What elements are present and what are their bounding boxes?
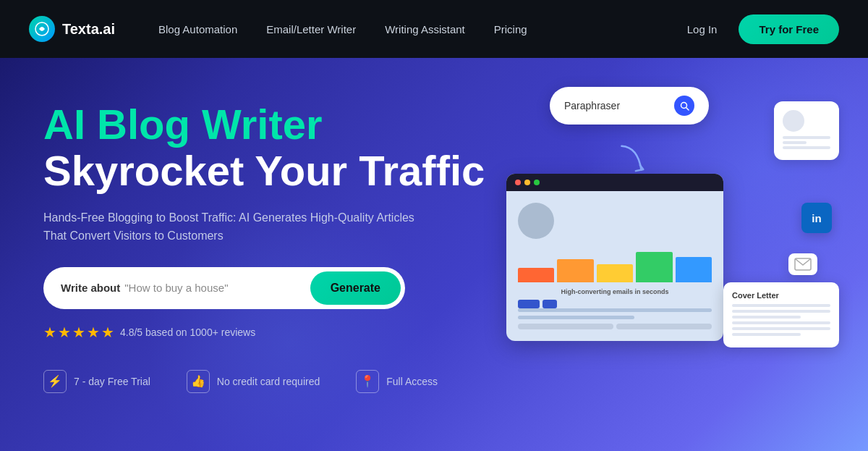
browser-lines: [518, 308, 712, 319]
hero-title-green: AI Blog Writer: [43, 101, 514, 148]
input-placeholder[interactable]: "How to buy a house": [124, 282, 310, 294]
email-icon: [788, 253, 817, 275]
browser-dot-red: [515, 180, 521, 185]
badge-free-trial: ⚡ 7 - day Free Trial: [43, 370, 150, 393]
svg-line-2: [686, 107, 689, 110]
hero-visual: Paraphraser: [492, 80, 839, 427]
linkedin-badge: in: [801, 203, 832, 233]
cover-line-6: [732, 333, 801, 336]
cover-line-1: [732, 304, 830, 307]
hero-badges: ⚡ 7 - day Free Trial 👍 No credit card re…: [43, 370, 514, 393]
star-2: ★: [58, 324, 71, 341]
browser-bar: [506, 174, 723, 191]
login-link[interactable]: Log In: [687, 23, 718, 35]
browser-dot-yellow: [524, 180, 530, 185]
lightning-icon: ⚡: [43, 370, 67, 393]
browser-btn-2: [616, 324, 712, 329]
cover-line-5: [732, 327, 830, 330]
browser-line-1: [518, 308, 712, 312]
badge-full-access-label: Full Access: [386, 376, 438, 387]
nav-email-letter[interactable]: Email/Letter Writer: [266, 23, 356, 35]
cover-line-4: [732, 321, 830, 324]
rating-value: 4.8/5 based on 1000+ reviews: [120, 326, 255, 338]
browser-buttons: [518, 324, 712, 329]
chart-caption: High-converting emails in seconds: [518, 288, 712, 295]
generate-button[interactable]: Generate: [310, 271, 401, 305]
star-4: ★: [87, 324, 100, 341]
search-icon: [674, 96, 694, 116]
block-2: [542, 300, 557, 308]
badge-free-trial-label: 7 - day Free Trial: [74, 376, 150, 387]
navbar: Texta.ai Blog Automation Email/Letter Wr…: [0, 0, 868, 58]
profile-line-3: [783, 146, 830, 149]
hero-subtitle: Hands-Free Blogging to Boost Traffic: AI…: [43, 208, 420, 245]
nav-links: Blog Automation Email/Letter Writer Writ…: [158, 23, 687, 35]
profile-line-1: [783, 136, 830, 139]
profile-avatar: [783, 110, 804, 132]
star-5: ★: [101, 324, 114, 341]
profile-line-2: [783, 141, 807, 144]
badge-full-access: 📍 Full Access: [356, 370, 438, 393]
cover-line-2: [732, 310, 830, 313]
nav-blog-automation[interactable]: Blog Automation: [158, 23, 237, 35]
nav-writing-assistant[interactable]: Writing Assistant: [385, 23, 465, 35]
stars: ★ ★ ★ ★ ★: [43, 324, 114, 341]
logo-text: Texta.ai: [62, 21, 115, 38]
browser-content: High-converting emails in seconds: [506, 191, 723, 341]
try-free-button[interactable]: Try for Free: [739, 14, 839, 44]
hero-section: AI Blog Writer Skyrocket Your Traffic Ha…: [0, 58, 868, 451]
thumbs-up-icon: 👍: [187, 370, 210, 393]
browser-line-2: [518, 316, 634, 319]
star-1: ★: [43, 324, 56, 341]
block-1: [518, 300, 540, 308]
browser-chart: [518, 246, 712, 282]
nav-right: Log In Try for Free: [687, 14, 839, 44]
cover-line-3: [732, 316, 801, 319]
browser-blocks: [518, 300, 712, 308]
search-label: Paraphraser: [564, 100, 667, 111]
cover-letter-title: Cover Letter: [732, 291, 830, 300]
browser-dot-green: [534, 180, 540, 185]
profile-card: [774, 101, 839, 160]
badge-no-credit-label: No credit card required: [217, 376, 320, 387]
browser-window: High-converting emails in seconds: [506, 174, 723, 341]
nav-pricing[interactable]: Pricing: [494, 23, 527, 35]
browser-btn-1: [518, 324, 613, 329]
input-label: Write about: [61, 282, 120, 294]
hero-title-white: Skyrocket Your Traffic: [43, 148, 514, 194]
star-3: ★: [72, 324, 85, 341]
hero-content: AI Blog Writer Skyrocket Your Traffic Ha…: [43, 101, 514, 393]
cover-letter-card: Cover Letter: [723, 282, 839, 347]
pin-icon: 📍: [356, 370, 379, 393]
hero-input-row: Write about "How to buy a house" Generat…: [43, 267, 405, 309]
logo-icon: [29, 16, 55, 42]
browser-avatar: [518, 203, 554, 239]
badge-no-credit: 👍 No credit card required: [187, 370, 320, 393]
hero-rating: ★ ★ ★ ★ ★ 4.8/5 based on 1000+ reviews: [43, 324, 514, 341]
visual-search-bar: Paraphraser: [550, 87, 709, 125]
logo[interactable]: Texta.ai: [29, 16, 115, 42]
